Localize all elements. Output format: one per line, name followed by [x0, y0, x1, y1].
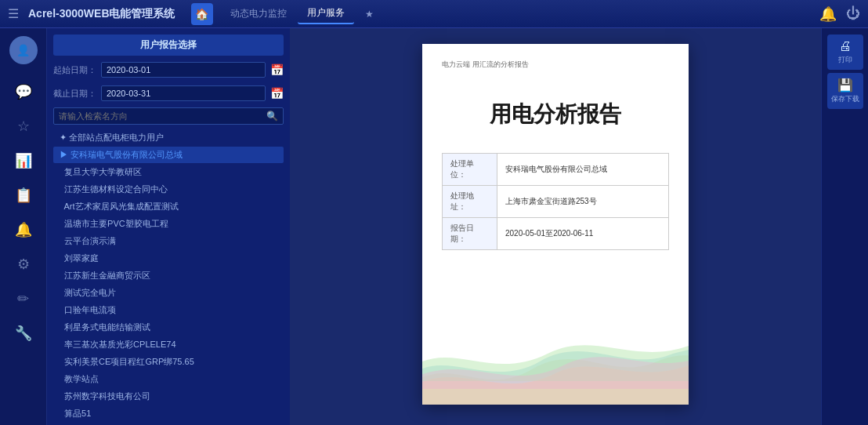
end-date-row: 截止日期： 📅: [53, 84, 284, 103]
document-page: 电力云端 用汇流的分析报告 用电分析报告 处理单位： 安科瑞电气股份有限公司总域…: [422, 44, 689, 405]
download-icon: 💾: [837, 78, 853, 93]
avatar[interactable]: 👤: [9, 36, 38, 64]
table-row: 处理单位： 安科瑞电气股份有限公司总域: [443, 154, 669, 186]
list-item[interactable]: 苏州数字科技电有公司: [53, 388, 284, 405]
report-icon: 📋: [15, 187, 32, 204]
sidebar-item-chart[interactable]: 📊: [8, 145, 39, 176]
topbar-logo: ☰ Acrel-3000WEB电能管理系统: [8, 6, 175, 21]
start-calendar-icon[interactable]: 📅: [270, 64, 284, 76]
list-item[interactable]: 温塘市主要PVC塑胶电工程: [53, 216, 284, 232]
info-value-2: 2020-05-01至2020-06-11: [497, 218, 669, 250]
list-item[interactable]: ▶ 安科瑞电气股份有限公司总域: [53, 147, 284, 163]
avatar-icon: 👤: [16, 44, 30, 56]
info-value-1: 上海市肃金宝街道路253号: [497, 186, 669, 218]
sidebar-item-notification[interactable]: 🔔: [8, 214, 39, 245]
doc-header-text: 电力云端 用汇流的分析报告: [442, 60, 669, 70]
search-icon[interactable]: 🔍: [266, 111, 278, 122]
home-icon: 🏠: [195, 8, 208, 20]
list-item[interactable]: 利星务式电能结输测试: [53, 319, 284, 336]
settings-icon: ⚙: [17, 256, 30, 273]
left-panel: 用户报告选择 起始日期： 📅 截止日期： 📅 🔍 ✦ 全部站点配电柜电力用户 ▶…: [47, 28, 290, 425]
power-icon[interactable]: ⏻: [846, 5, 860, 22]
doc-title: 用电分析报告: [442, 100, 669, 129]
topbar: ☰ Acrel-3000WEB电能管理系统 🏠 动态电力监控 用户服务 ★ 🔔 …: [0, 0, 868, 28]
document-area: 电力云端 用汇流的分析报告 用电分析报告 处理单位： 安科瑞电气股份有限公司总域…: [290, 28, 821, 425]
info-label-1: 处理地址：: [443, 186, 497, 218]
home-button[interactable]: 🏠: [191, 3, 213, 25]
download-button[interactable]: 💾 保存下载: [827, 73, 863, 109]
list-item[interactable]: 复旦大学大学教研区: [53, 164, 284, 180]
topbar-right: 🔔 ⏻: [819, 5, 860, 23]
start-date-input[interactable]: [101, 62, 266, 78]
info-label-2: 报告日期：: [443, 218, 497, 250]
chart-icon: 📊: [15, 152, 32, 169]
list-item[interactable]: ✦ 全部站点配电柜电力用户: [53, 129, 284, 146]
list-item[interactable]: 教学站点: [53, 371, 284, 387]
sidebar-item-star[interactable]: ☆: [8, 111, 39, 142]
list-item[interactable]: 云平台演示满: [53, 233, 284, 249]
start-date-row: 起始日期： 📅: [53, 60, 284, 79]
list-item[interactable]: 实利美景CE项目程红GRP绑75.65: [53, 354, 284, 370]
message-icon: 💬: [15, 83, 32, 100]
info-value-0: 安科瑞电气股份有限公司总域: [497, 154, 669, 186]
info-label-0: 处理单位：: [443, 154, 497, 186]
tools-icon: 🔧: [15, 325, 32, 342]
doc-wave-decoration: [422, 311, 689, 405]
sidebar-item-report[interactable]: 📋: [8, 180, 39, 211]
doc-info-table: 处理单位： 安科瑞电气股份有限公司总域 处理地址： 上海市肃金宝街道路253号 …: [442, 153, 669, 250]
download-label: 保存下载: [831, 94, 859, 104]
panel-title: 用户报告选择: [53, 35, 284, 56]
list-item[interactable]: 算品51: [53, 405, 284, 422]
print-icon: 🖨: [839, 39, 852, 53]
topbar-nav: 动态电力监控 用户服务 ★: [221, 3, 383, 24]
list-item[interactable]: 江苏新生金融商贸示区: [53, 267, 284, 284]
search-input[interactable]: [59, 111, 263, 121]
list-item[interactable]: 刘翠家庭: [53, 250, 284, 267]
start-date-label: 起始日期：: [53, 64, 96, 76]
sidebar-item-edit[interactable]: ✏: [8, 283, 39, 314]
list-item[interactable]: 江苏生德材料设定合同中心: [53, 181, 284, 198]
notification-icon[interactable]: 🔔: [819, 5, 837, 23]
end-date-label: 截止日期：: [53, 88, 96, 100]
main-content: 👤 💬 ☆ 📊 📋 🔔 ⚙ ✏ 🔧 用户报告选择 起始日期： 📅 截止日期： 📅…: [0, 28, 868, 425]
search-box: 🔍: [53, 107, 284, 125]
edit-icon: ✏: [17, 290, 29, 307]
print-label: 打印: [838, 55, 852, 65]
nav-item-userservice[interactable]: 用户服务: [298, 3, 354, 24]
nav-item-monitor[interactable]: 动态电力监控: [221, 4, 296, 24]
sidebar-item-settings[interactable]: ⚙: [8, 249, 39, 280]
end-calendar-icon[interactable]: 📅: [270, 87, 284, 100]
nav-item-star[interactable]: ★: [356, 5, 383, 23]
user-list: ✦ 全部站点配电柜电力用户 ▶ 安科瑞电气股份有限公司总域 复旦大学大学教研区 …: [53, 129, 284, 425]
sidebar-item-message[interactable]: 💬: [8, 76, 39, 107]
table-row: 报告日期： 2020-05-01至2020-06-11: [443, 218, 669, 250]
print-button[interactable]: 🖨 打印: [827, 35, 863, 70]
right-panel: 🖨 打印 💾 保存下载: [821, 28, 868, 425]
menu-icon[interactable]: ☰: [8, 6, 19, 21]
list-item[interactable]: 率三基次基质光彩CPLELE74: [53, 336, 284, 353]
app-title: Acrel-3000WEB电能管理系统: [28, 7, 175, 21]
bell-icon: 🔔: [15, 221, 32, 238]
table-row: 处理地址： 上海市肃金宝街道路253号: [443, 186, 669, 218]
end-date-input[interactable]: [101, 85, 266, 101]
sidebar: 👤 💬 ☆ 📊 📋 🔔 ⚙ ✏ 🔧: [0, 28, 47, 425]
list-item[interactable]: 口验年电流项: [53, 302, 284, 318]
list-item[interactable]: Art艺术家居风光集成配置测试: [53, 198, 284, 215]
star-icon: ☆: [17, 118, 30, 135]
sidebar-item-tools[interactable]: 🔧: [8, 318, 39, 349]
list-item[interactable]: 测试完全电片: [53, 285, 284, 301]
